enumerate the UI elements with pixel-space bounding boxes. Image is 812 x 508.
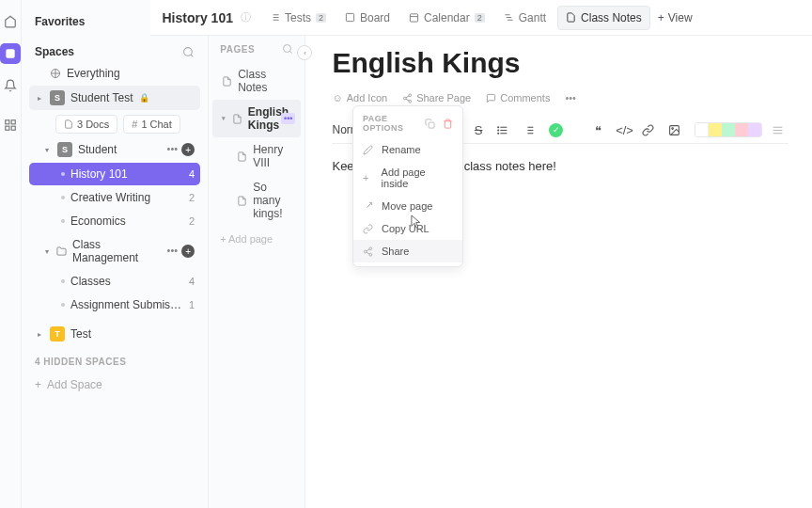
quote-button[interactable]: ❝ — [589, 123, 606, 137]
add-space-button[interactable]: +Add Space — [29, 373, 200, 397]
notifications-icon[interactable] — [0, 75, 21, 96]
tab-gantt[interactable]: Gantt — [496, 7, 554, 29]
more-icon[interactable]: ••• — [167, 143, 179, 156]
topbar: History 101 ⓘ Tests 2 Board Calendar 2 G… — [150, 0, 812, 36]
menu-move-page[interactable]: Move page — [353, 195, 462, 217]
more-formatting-button[interactable] — [772, 124, 789, 136]
svg-point-8 — [284, 45, 291, 53]
icon-rail — [0, 0, 22, 508]
menu-share[interactable]: Share — [353, 240, 462, 262]
student-test-label: Student Test — [70, 91, 133, 104]
color-swatch[interactable] — [735, 123, 748, 136]
more-icon[interactable]: ••• — [167, 245, 179, 258]
spaces-icon[interactable] — [0, 43, 21, 64]
cursor-icon — [411, 214, 424, 230]
class-mgmt-label: Class Management — [72, 238, 161, 264]
sidebar-item-class-mgmt[interactable]: ▾ Class Management ••• + — [29, 233, 200, 269]
pages-header: PAGES — [220, 44, 255, 55]
sidebar-item-economics[interactable]: Economics 2 — [29, 210, 200, 232]
tab-class-notes[interactable]: Class Notes — [557, 6, 650, 30]
breadcrumb[interactable]: History 101 — [162, 10, 232, 25]
add-view-button[interactable]: +View — [658, 11, 693, 24]
checklist-button[interactable]: ✓ — [549, 123, 563, 137]
code-button[interactable]: </> — [616, 123, 632, 137]
sidebar-item-classes[interactable]: Classes 4 — [29, 270, 200, 293]
tab-calendar[interactable]: Calendar 2 — [401, 7, 492, 29]
strike-button[interactable]: S — [470, 123, 487, 137]
sidebar-item-student-test[interactable]: ▸ S Student Test 🔒 — [29, 86, 200, 110]
menu-copy-url[interactable]: Copy URL — [353, 217, 462, 240]
menu-rename[interactable]: Rename — [353, 138, 462, 161]
chat-chip[interactable]: # 1 Chat — [123, 115, 180, 134]
bullet-list-button[interactable] — [496, 124, 513, 136]
svg-rect-13 — [346, 13, 353, 21]
pages-search-icon[interactable] — [282, 43, 293, 55]
docs-chip[interactable]: 3 Docs — [55, 115, 117, 134]
hidden-spaces-label[interactable]: 4 HIDDEN SPACES — [29, 347, 200, 373]
page-label: Henry VIII — [253, 143, 291, 169]
pencil-icon — [363, 145, 374, 155]
info-icon[interactable]: ⓘ — [241, 10, 251, 24]
duplicate-icon[interactable] — [425, 119, 435, 129]
menu-title: PAGE OPTIONS — [363, 114, 425, 133]
sidebar-item-creative[interactable]: Creative Writing 2 — [29, 186, 200, 209]
lock-icon: 🔒 — [139, 93, 149, 103]
sidebar-item-everything[interactable]: Everything — [29, 62, 200, 85]
svg-rect-2 — [11, 120, 15, 124]
apps-icon[interactable] — [0, 115, 21, 135]
spaces-heading: Spaces — [35, 45, 74, 58]
color-swatch[interactable] — [695, 123, 709, 136]
add-page-button[interactable]: + Add page — [209, 226, 304, 252]
page-options-menu: PAGE OPTIONS Rename + Add page inside Mo… — [352, 105, 463, 267]
page-item-english-kings[interactable]: ▾ English Kings ••• — [212, 100, 301, 137]
move-icon — [363, 201, 374, 212]
space-badge: T — [50, 326, 65, 341]
sidebar-item-history[interactable]: History 101 4 — [29, 163, 200, 185]
sidebar-item-assignments[interactable]: Assignment Submissio... 1 — [29, 294, 200, 316]
plus-icon: + — [363, 172, 374, 183]
svg-rect-1 — [6, 120, 9, 124]
page-more-button[interactable]: ••• — [281, 113, 295, 124]
color-swatch[interactable] — [722, 123, 735, 136]
economics-label: Economics — [70, 214, 126, 228]
sidebar-item-student[interactable]: ▾ S Student ••• + — [29, 137, 200, 162]
svg-rect-38 — [429, 122, 434, 128]
search-icon[interactable] — [182, 46, 195, 58]
link-button[interactable] — [642, 124, 659, 136]
svg-point-27 — [498, 126, 499, 127]
svg-rect-14 — [410, 14, 417, 22]
color-swatch[interactable] — [709, 123, 722, 136]
share-page-button[interactable]: Share Page — [402, 92, 471, 103]
tab-board[interactable]: Board — [337, 7, 398, 29]
menu-add-page-inside[interactable]: + Add page inside — [353, 161, 462, 195]
page-item-so-many[interactable]: So many kings! — [212, 175, 301, 226]
svg-line-22 — [406, 99, 409, 101]
add-icon[interactable]: + — [181, 143, 195, 156]
tab-tests[interactable]: Tests 2 — [262, 7, 334, 29]
color-swatches — [695, 122, 762, 137]
doc-icon — [237, 151, 247, 162]
svg-point-41 — [364, 250, 367, 253]
document-title[interactable]: English Kings — [332, 47, 789, 79]
sidebar-item-test[interactable]: ▸ T Test — [29, 322, 200, 346]
delete-icon[interactable] — [443, 119, 453, 129]
sidebar: ‹ Favorites Spaces Everything ▸ S Studen… — [22, 0, 209, 508]
page-item-class-notes[interactable]: Class Notes — [212, 62, 301, 100]
home-icon[interactable] — [0, 11, 21, 32]
svg-rect-3 — [11, 126, 15, 130]
number-list-button[interactable] — [523, 124, 539, 136]
history-label: History 101 — [70, 167, 128, 181]
color-swatch[interactable] — [748, 123, 761, 136]
image-button[interactable] — [668, 124, 685, 136]
add-icon[interactable]: + — [181, 245, 195, 258]
doc-icon — [237, 196, 247, 206]
count: 4 — [189, 276, 195, 287]
svg-line-43 — [367, 252, 369, 254]
comments-button[interactable]: Comments — [486, 92, 550, 103]
add-icon-button[interactable]: ☺Add Icon — [332, 92, 387, 103]
page-item-henry[interactable]: Henry VIII — [212, 137, 301, 175]
more-button[interactable]: ••• — [565, 92, 576, 103]
svg-point-34 — [672, 127, 674, 129]
chevron-down-icon: ▾ — [222, 115, 226, 122]
svg-point-21 — [409, 100, 412, 103]
